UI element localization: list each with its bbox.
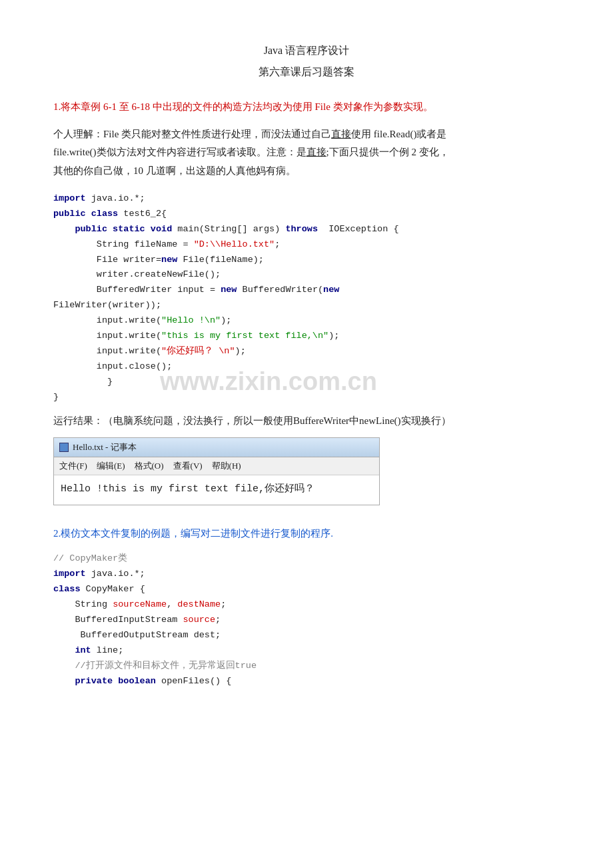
notepad-icon — [59, 443, 69, 452]
page-title: Java 语言程序设计 第六章课后习题答案 — [53, 40, 560, 83]
section2-heading: 2.模仿文本文件复制的例题，编写对二进制文件进行复制的程序. — [53, 525, 560, 543]
run-result-label: 运行结果：（电脑系统问题，没法换行，所以一般使用BuffereWriter中ne… — [53, 412, 560, 431]
code-block-2: // CopyMaker类 import java.io.*; class Co… — [53, 551, 560, 689]
code-block-1: import java.io.*; public class test6_2{ … — [53, 191, 560, 405]
menu-help[interactable]: 帮助(H) — [212, 459, 241, 473]
menu-edit[interactable]: 编辑(E) — [97, 459, 125, 473]
menu-view[interactable]: 查看(V) — [173, 459, 203, 473]
notepad-menubar: 文件(F) 编辑(E) 格式(O) 查看(V) 帮助(H) — [54, 457, 379, 475]
notepad-title: Hello.txt - 记事本 — [73, 440, 137, 455]
section1-description: 个人理解：File 类只能对整文件性质进行处理，而没法通过自己直接使用 file… — [53, 125, 560, 181]
section1-heading: 1.将本章例 6-1 至 6-18 中出现的文件的构造方法均改为使用 File … — [53, 99, 560, 116]
menu-format[interactable]: 格式(O) — [135, 459, 164, 473]
notepad-window: Hello.txt - 记事本 文件(F) 编辑(E) 格式(O) 查看(V) … — [53, 437, 380, 505]
menu-file[interactable]: 文件(F) — [59, 459, 87, 473]
notepad-content: Hello !this is my first text file,你还好吗？ — [54, 475, 379, 505]
notepad-titlebar: Hello.txt - 记事本 — [54, 438, 379, 457]
